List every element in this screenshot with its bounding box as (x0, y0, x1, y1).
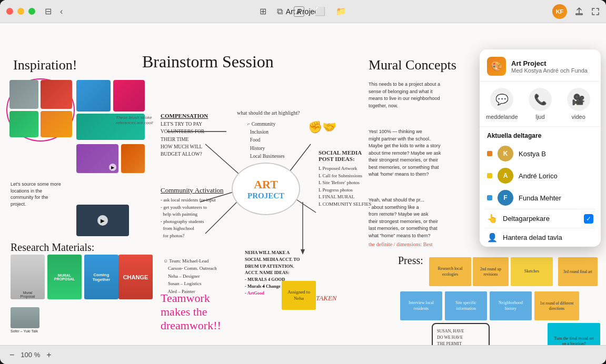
brainstorm-title: Brainstorm Session (142, 52, 274, 72)
user-avatar[interactable]: KF (552, 4, 567, 19)
pointer-checkbox[interactable]: ✓ (584, 214, 593, 224)
collab-icon: 🎨 (487, 57, 506, 76)
highlights-emoji: ✊🤝 (308, 120, 336, 134)
video-icon: 🎥 (567, 88, 590, 111)
participants-section-title: Aktuella deltagare (480, 127, 601, 143)
book-2[interactable]: MURALPROPOSAL (47, 255, 82, 299)
main-window: × − + ⊟ ‹ Art Project ⊞ ⧉ A ⬜ 📁 KF (0, 0, 606, 364)
sticky-1st-round[interactable]: 1st round of different directions (534, 291, 579, 320)
sticky-sketches[interactable]: Sketches (511, 257, 553, 286)
fullscreen-icon[interactable] (591, 7, 600, 16)
assigned-sticky[interactable]: Assigned toNeha (282, 281, 316, 310)
sticky-interview[interactable]: Interview local residents (400, 291, 442, 320)
zoom-out-button[interactable]: − (6, 349, 17, 361)
nav-buttons: ⊟ ‹ (42, 5, 66, 17)
collab-subtitle: Med Kostya André och Funda (511, 67, 588, 74)
sticky-turn-final[interactable]: Turn the final mural art on a location? (548, 323, 600, 345)
copy-icon[interactable]: ⧉ (277, 7, 283, 16)
svg-marker-6 (301, 249, 305, 255)
video-label: video (572, 114, 585, 120)
zoom-level: 100 % (21, 351, 40, 359)
participant-kostya[interactable]: K Kostya B (480, 143, 601, 165)
brush-strokes-note: These brush stroke references are cool! (116, 115, 155, 126)
participant-funda[interactable]: F Funda Mehter (480, 187, 601, 209)
mural-concepts-title: Mural Concepts (369, 57, 456, 73)
social-ideas-list: L Proposed Artwork L Call for Submission… (319, 165, 371, 208)
photo-5[interactable] (76, 80, 111, 112)
collab-panel: 🎨 Art Project Med Kostya André och Funda… (480, 49, 601, 247)
pointer-icon: 👆 (487, 214, 498, 224)
andre-name: André Lorico (519, 172, 558, 180)
source-note: Let's source some more locations in the … (11, 181, 63, 207)
dimensions-note: the definite / dimensions: Best (369, 241, 433, 247)
audio-label: ljud (535, 114, 544, 120)
close-button[interactable]: × (6, 8, 13, 15)
action-video[interactable]: 🎥 video (561, 88, 595, 120)
minimize-button[interactable]: − (17, 8, 24, 15)
community-activation: Community Activation (161, 186, 224, 195)
compensation-header: COMPENSATION (161, 113, 208, 119)
taken-label: TAKEN (316, 294, 337, 302)
message-icon: 💬 (490, 88, 513, 111)
photo-9[interactable] (121, 144, 145, 173)
pointer-label: Deltagarpekare (503, 215, 579, 223)
canvas-area[interactable]: Inspiration! ▶ These brush stroke refere… (0, 23, 606, 345)
book-1[interactable]: MuralProposal (11, 255, 45, 299)
collab-title: Art Project (511, 59, 588, 67)
mural-text-3: Yeah, what should the pr...- about somet… (369, 197, 438, 239)
back-button[interactable]: ‹ (57, 5, 66, 17)
kostya-avatar: K (498, 146, 513, 161)
sidebar-toggle[interactable]: ⊟ (42, 5, 55, 17)
kostya-indicator (487, 151, 492, 156)
collab-header: 🎨 Art Project Med Kostya André och Funda (480, 49, 601, 82)
susan-note: SUSAN, HAVEDO WE HAVETHE PERMITPAPERWORK… (432, 323, 490, 345)
action-audio[interactable]: 📞 ljud (523, 88, 558, 120)
book-label: Sofer – Yuki Talk (11, 329, 38, 333)
collab-actions: 💬 meddelande 📞 ljud 🎥 video (480, 82, 601, 127)
sticky-2nd-round[interactable]: 2nd round up revisions (473, 257, 509, 286)
participant-pointer-toggle[interactable]: 👆 Deltagarpekare ✓ (480, 209, 601, 228)
team-list: ☺ Team: Michael-Lead Carson- Comm. Outre… (163, 257, 217, 295)
toolbar-right: KF (552, 4, 600, 19)
photo-2[interactable] (41, 80, 72, 109)
image-icon[interactable]: ⬜ (315, 6, 325, 16)
sticky-neighborhood[interactable]: Neighborhood history (490, 291, 532, 320)
book-small[interactable] (11, 307, 39, 328)
text-icon[interactable]: A (293, 6, 304, 17)
art-project-center: ART PROJECT (232, 163, 300, 215)
share-icon[interactable] (574, 7, 584, 16)
video-thumb[interactable]: ▶ (76, 205, 129, 236)
kostya-name: Kostya B (519, 150, 546, 158)
sticky-3rd-round[interactable]: 3rd round final art (558, 257, 598, 286)
manage-board-toggle[interactable]: 👤 Hantera delad tavla (480, 228, 601, 247)
bottombar: − 100 % + (0, 345, 606, 364)
research-title: Research Materials: (11, 241, 94, 254)
photo-3[interactable] (9, 111, 38, 137)
book-3[interactable]: ComingTogether (84, 255, 118, 299)
grid-view-icon[interactable]: ⊞ (260, 6, 266, 16)
photo-1[interactable] (9, 80, 38, 109)
action-message[interactable]: 💬 meddelande (485, 88, 519, 120)
board-icon: 👤 (487, 232, 498, 242)
community-text: - ask local residents for input - get yo… (161, 197, 216, 239)
zoom-in-button[interactable]: + (43, 349, 54, 361)
photo-6[interactable] (113, 80, 145, 112)
change-book[interactable]: CHANGE (118, 255, 153, 299)
maximize-button[interactable]: + (28, 8, 35, 15)
collab-info: Art Project Med Kostya André och Funda (511, 59, 588, 74)
sticky-site-specific[interactable]: Site specific information (445, 291, 487, 320)
participant-andre[interactable]: A André Lorico (480, 165, 601, 187)
photo-4[interactable] (41, 111, 72, 137)
funda-avatar: F (498, 190, 513, 206)
andre-indicator (487, 173, 492, 178)
press-title: Press: (398, 255, 423, 267)
audio-icon: 📞 (529, 88, 552, 111)
traffic-lights: × − + (6, 8, 35, 15)
funda-indicator (487, 195, 492, 200)
mural-text-2: Yes! 100% — thinking wemight partner wit… (369, 128, 441, 178)
funda-name: Funda Mehter (519, 194, 561, 202)
folder-icon[interactable]: 📁 (336, 6, 346, 16)
sticky-research-ecologies[interactable]: Research local ecologies (429, 257, 471, 286)
art-highlight-question: what should the art highlight? (237, 110, 300, 116)
photo-8[interactable]: ▶ (76, 144, 118, 173)
